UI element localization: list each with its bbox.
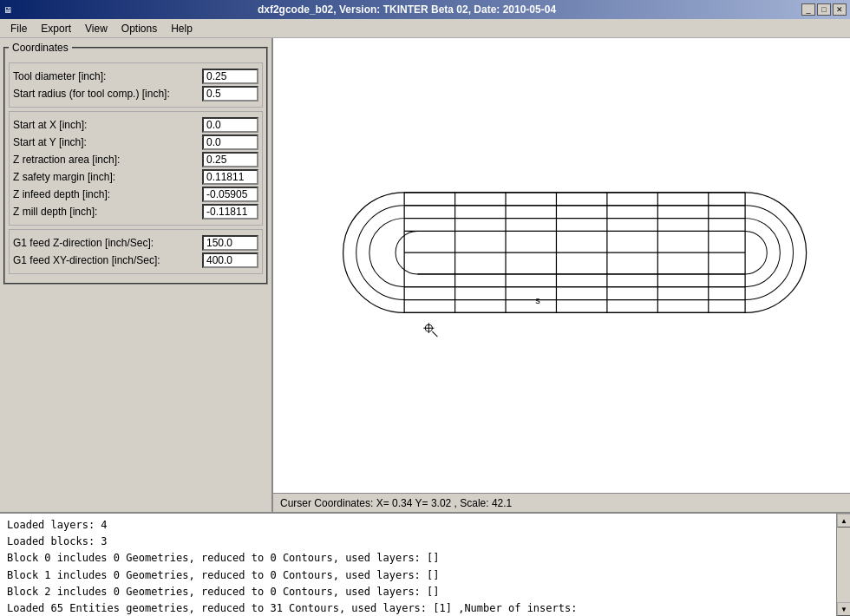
field-row-g1-feed-xy: G1 feed XY-direction [inch/Sec]:	[13, 252, 258, 268]
maximize-button[interactable]: □	[817, 3, 831, 16]
content-area: Coordinates Tool diameter [inch]:Start r…	[0, 38, 850, 512]
titlebar-icon: 🖥	[3, 5, 12, 15]
field-label-start-x: Start at X [inch]:	[13, 119, 202, 131]
field-input-start-x[interactable]	[202, 117, 258, 133]
field-label-z-mill: Z mill depth [inch]:	[13, 206, 202, 218]
field-row-start-x: Start at X [inch]:	[13, 117, 258, 133]
drawing-canvas[interactable]: s	[273, 38, 850, 493]
field-input-z-infeed[interactable]	[202, 187, 258, 202]
field-input-z-mill[interactable]	[202, 204, 258, 220]
scroll-track	[837, 528, 850, 602]
field-row-start-y: Start at Y [inch]:	[13, 134, 258, 150]
left-panel: Coordinates Tool diameter [inch]:Start r…	[0, 38, 273, 512]
field-row-z-infeed: Z infeed depth [inch]:	[13, 187, 258, 202]
field-input-tool-diameter[interactable]	[202, 69, 258, 84]
scroll-down-button[interactable]: ▼	[837, 602, 850, 616]
canvas-area: s Curser Coordinates: X= 0.34 Y= 3.02 , …	[273, 38, 850, 512]
field-label-tool-diameter: Tool diameter [inch]:	[13, 70, 202, 82]
field-label-g1-feed-xy: G1 feed XY-direction [inch/Sec]:	[13, 254, 202, 266]
menu-item-export[interactable]: Export	[34, 21, 78, 36]
cursor-coords-text: Curser Coordinates: X= 0.34 Y= 3.02 , Sc…	[280, 497, 512, 509]
field-label-start-radius: Start radius (for tool comp.) [inch]:	[13, 88, 202, 100]
field-row-g1-feed-z: G1 feed Z-direction [inch/Sec]:	[13, 235, 258, 251]
log-area: Loaded layers: 4 Loaded blocks: 3 Block …	[0, 512, 850, 616]
menu-item-view[interactable]: View	[78, 21, 114, 36]
field-label-z-safety: Z safety margin [inch]:	[13, 171, 202, 183]
field-input-start-y[interactable]	[202, 134, 258, 150]
field-input-z-safety[interactable]	[202, 169, 258, 185]
field-group-2: Start at X [inch]:Start at Y [inch]:Z re…	[9, 111, 263, 226]
log-content: Loaded layers: 4 Loaded blocks: 3 Block …	[0, 514, 850, 616]
field-input-g1-feed-xy[interactable]	[202, 252, 258, 268]
field-row-z-retraction: Z retraction area [inch]:	[13, 152, 258, 167]
field-label-z-infeed: Z infeed depth [inch]:	[13, 188, 202, 200]
close-button[interactable]: ✕	[833, 3, 847, 16]
main-container: Coordinates Tool diameter [inch]:Start r…	[0, 38, 850, 616]
menu-item-options[interactable]: Options	[114, 21, 164, 36]
titlebar-title: dxf2gcode_b02, Version: TKINTER Beta 02,…	[12, 3, 801, 16]
menu-item-help[interactable]: Help	[164, 21, 199, 36]
field-group-1: Tool diameter [inch]:Start radius (for t…	[9, 62, 263, 108]
log-scrollbar: ▲ ▼	[836, 514, 850, 616]
titlebar: 🖥 dxf2gcode_b02, Version: TKINTER Beta 0…	[0, 0, 850, 19]
field-label-g1-feed-z: G1 feed Z-direction [inch/Sec]:	[13, 237, 202, 249]
field-group-3: G1 feed Z-direction [inch/Sec]:G1 feed X…	[9, 229, 263, 274]
scroll-up-button[interactable]: ▲	[837, 514, 850, 528]
cursor-coords: Curser Coordinates: X= 0.34 Y= 3.02 , Sc…	[273, 493, 850, 512]
titlebar-controls: _ □ ✕	[801, 3, 847, 16]
field-input-z-retraction[interactable]	[202, 152, 258, 167]
field-row-tool-diameter: Tool diameter [inch]:	[13, 69, 258, 84]
coordinates-legend: Coordinates	[9, 42, 72, 54]
menu-item-file[interactable]: File	[3, 21, 34, 36]
shape-label: s	[535, 296, 540, 306]
field-row-z-mill: Z mill depth [inch]:	[13, 204, 258, 220]
minimize-button[interactable]: _	[801, 3, 815, 16]
svg-line-20	[432, 331, 437, 337]
field-row-z-safety: Z safety margin [inch]:	[13, 169, 258, 185]
field-input-start-radius[interactable]	[202, 86, 258, 102]
menubar: FileExportViewOptionsHelp	[0, 19, 850, 38]
field-row-start-radius: Start radius (for tool comp.) [inch]:	[13, 86, 258, 102]
drawing-svg: s	[273, 38, 850, 493]
field-input-g1-feed-z[interactable]	[202, 235, 258, 251]
field-label-z-retraction: Z retraction area [inch]:	[13, 154, 202, 166]
field-label-start-y: Start at Y [inch]:	[13, 136, 202, 148]
